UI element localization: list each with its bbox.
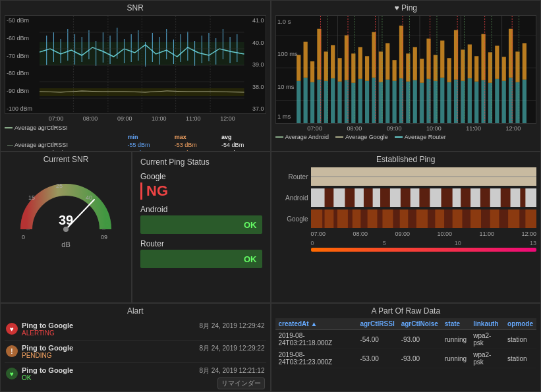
ping-router-row: Router OK bbox=[140, 239, 262, 268]
svg-rect-88 bbox=[337, 58, 341, 82]
svg-rect-176 bbox=[525, 210, 536, 228]
svg-rect-169 bbox=[399, 210, 408, 228]
svg-rect-91 bbox=[358, 47, 362, 78]
current-ping-panel: Current Ping Status Google NG Android OK… bbox=[132, 152, 271, 303]
svg-rect-170 bbox=[416, 210, 427, 228]
legend-rssi-label: Average agrCtlRSSI bbox=[14, 125, 68, 131]
alert-icon-heart-green: ♥ bbox=[6, 368, 18, 379]
svg-rect-96 bbox=[392, 60, 396, 81]
svg-rect-73 bbox=[467, 78, 471, 123]
svg-text:25: 25 bbox=[56, 182, 63, 189]
svg-rect-164 bbox=[324, 210, 333, 228]
svg-rect-100 bbox=[420, 59, 424, 83]
snr-y-axis-right: 41.0 40.0 39.0 38.0 37.0 bbox=[246, 16, 266, 113]
reminder-button[interactable]: リマインダー bbox=[217, 378, 265, 389]
table-row: 2019-08-24T03:21:23.000Z -53.00 -93.00 r… bbox=[275, 349, 537, 368]
svg-rect-160 bbox=[510, 188, 520, 207]
svg-rect-167 bbox=[367, 210, 377, 228]
alert-title: Alart bbox=[5, 306, 266, 316]
ping-legend: Average Android Average Google Average R… bbox=[275, 134, 537, 140]
svg-rect-54 bbox=[337, 82, 341, 123]
svg-rect-82 bbox=[297, 55, 300, 81]
svg-rect-161 bbox=[525, 188, 536, 207]
svg-rect-152 bbox=[355, 188, 364, 207]
snr-legend: Average agrCtlRSSI minmaxavg — Average a… bbox=[5, 125, 266, 152]
snr-title: SNR bbox=[5, 3, 266, 13]
col-agr-ctl-rssi[interactable]: agrCtlRSSI bbox=[356, 318, 397, 330]
ping-title: ♥ Ping bbox=[275, 3, 537, 13]
svg-rect-155 bbox=[410, 188, 419, 207]
snr-unit: dB bbox=[61, 240, 70, 248]
svg-rect-107 bbox=[467, 44, 471, 78]
svg-rect-111 bbox=[495, 45, 499, 78]
col-agr-ctl-noise[interactable]: agrCtlNoise bbox=[398, 318, 441, 330]
svg-point-138 bbox=[63, 227, 69, 232]
ping-android-row: Android OK bbox=[140, 205, 262, 234]
svg-text:39: 39 bbox=[59, 213, 73, 227]
svg-rect-108 bbox=[474, 56, 478, 82]
svg-rect-157 bbox=[452, 188, 461, 207]
est-android-row: Android bbox=[275, 188, 537, 207]
svg-rect-97 bbox=[399, 26, 403, 78]
alert-icon-heart-red: ♥ bbox=[6, 323, 18, 335]
svg-rect-48 bbox=[297, 81, 300, 123]
col-created-at[interactable]: createdAt ▲ bbox=[275, 318, 357, 330]
snr-chart-inner bbox=[40, 16, 244, 113]
svg-rect-77 bbox=[495, 79, 499, 123]
svg-rect-165 bbox=[337, 210, 347, 228]
svg-rect-99 bbox=[413, 47, 416, 80]
svg-rect-87 bbox=[331, 45, 335, 78]
svg-rect-114 bbox=[515, 51, 519, 82]
svg-rect-150 bbox=[311, 188, 325, 207]
svg-rect-172 bbox=[452, 210, 462, 228]
svg-rect-74 bbox=[474, 82, 478, 123]
established-ping-panel: Established Ping Router Android bbox=[271, 152, 542, 303]
ping-panel: ♥ Ping 1.0 s 100 ms 10 ms 1 ms bbox=[271, 0, 542, 152]
est-google-row: Google bbox=[275, 210, 537, 228]
established-chart: Router Android bbox=[275, 167, 537, 252]
bottom-left: Current SNR bbox=[0, 152, 271, 303]
svg-rect-168 bbox=[382, 210, 393, 228]
svg-rect-95 bbox=[385, 43, 389, 79]
svg-rect-153 bbox=[372, 188, 380, 207]
svg-rect-81 bbox=[522, 80, 526, 123]
svg-rect-62 bbox=[392, 81, 396, 123]
legend-rssi-dot bbox=[5, 127, 13, 128]
svg-text:40: 40 bbox=[86, 194, 92, 201]
alert-item: ! Ping to Google PENDING 8月 24, 2019 12:… bbox=[5, 341, 266, 363]
col-state[interactable]: state bbox=[441, 318, 470, 330]
established-ping-title: Established Ping bbox=[275, 155, 537, 164]
alert-item: ♥ Ping to Google OK 8月 24, 2019 12:21:12… bbox=[5, 363, 266, 392]
svg-rect-171 bbox=[435, 210, 444, 228]
current-snr-panel: Current SNR bbox=[0, 152, 132, 303]
col-linkauth[interactable]: linkauth bbox=[470, 318, 504, 330]
svg-rect-175 bbox=[508, 210, 519, 228]
svg-rect-57 bbox=[358, 79, 362, 123]
svg-rect-67 bbox=[426, 79, 430, 123]
svg-rect-104 bbox=[447, 58, 451, 82]
svg-rect-174 bbox=[490, 210, 499, 228]
snr-y-axis: -50 dBm -60 dBm -70 dBm -80 dBm -90 dBm … bbox=[5, 16, 40, 113]
svg-text:1.0 s: 1.0 s bbox=[277, 18, 291, 25]
col-opmode[interactable]: opmode bbox=[504, 318, 536, 330]
raw-data-panel: A Part Of Raw Data createdAt ▲ agrCtlRSS… bbox=[271, 303, 542, 392]
svg-rect-85 bbox=[317, 29, 321, 80]
snr-chart: -50 dBm -60 dBm -70 dBm -80 dBm -90 dBm … bbox=[5, 15, 266, 114]
svg-rect-83 bbox=[303, 42, 307, 78]
svg-rect-70 bbox=[447, 82, 451, 123]
svg-rect-173 bbox=[470, 210, 481, 228]
svg-rect-115 bbox=[522, 43, 526, 79]
ping-x-axis: 07:00 08:00 09:00 10:00 11:00 12:00 bbox=[295, 125, 534, 132]
svg-rect-158 bbox=[470, 188, 480, 207]
raw-data-table: createdAt ▲ agrCtlRSSI agrCtlNoise state… bbox=[275, 318, 537, 368]
svg-text:100 ms: 100 ms bbox=[277, 51, 298, 57]
svg-text:09: 09 bbox=[101, 234, 107, 239]
alert-panel: Alart ♥ Ping to Google ALERTING 8月 24, 2… bbox=[0, 303, 271, 392]
svg-rect-112 bbox=[501, 57, 505, 81]
svg-rect-65 bbox=[413, 80, 416, 123]
svg-rect-151 bbox=[333, 188, 345, 207]
svg-rect-66 bbox=[420, 83, 424, 123]
current-snr-title: Current SNR bbox=[43, 155, 89, 164]
alert-icon-exclamation: ! bbox=[6, 345, 18, 357]
table-row: 2019-08-24T03:21:18.000Z -54.00 -93.00 r… bbox=[275, 330, 537, 349]
